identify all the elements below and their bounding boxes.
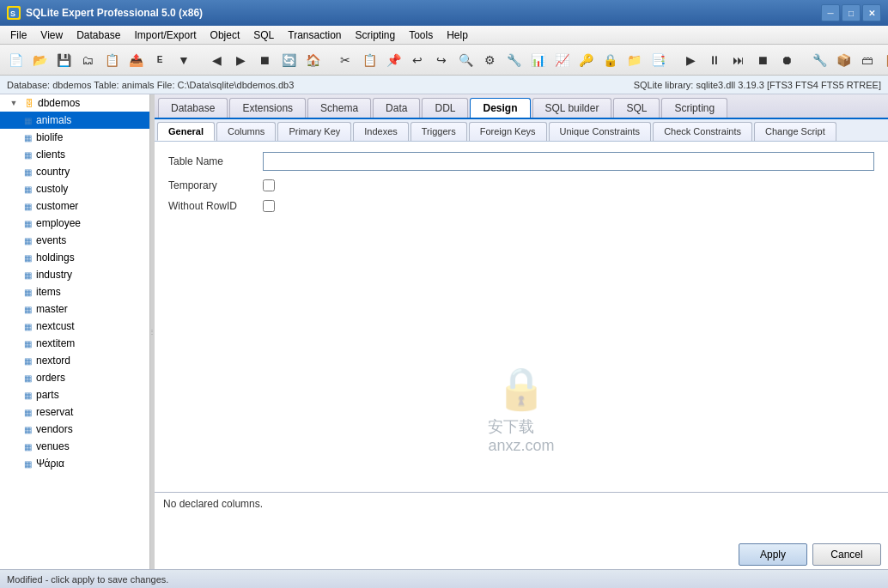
- tab-scripting[interactable]: Scripting: [661, 98, 727, 118]
- toolbar-btn13[interactable]: 📁: [622, 48, 646, 72]
- tree-table-nextcust[interactable]: ▦ nextcust: [0, 318, 149, 335]
- toolbar-btn9[interactable]: 📊: [526, 48, 550, 72]
- toolbar-stop2[interactable]: ⏹: [751, 48, 775, 72]
- tree-table-industry[interactable]: ▦ industry: [0, 266, 149, 283]
- db-icon: 🗄: [22, 96, 36, 110]
- menu-sql[interactable]: SQL: [246, 26, 281, 45]
- toolbar-btn14[interactable]: 📑: [646, 48, 670, 72]
- table-name-input[interactable]: [263, 152, 874, 171]
- tree-table-employee[interactable]: ▦ employee: [0, 215, 149, 232]
- subtab-check-constraints[interactable]: Check Constraints: [653, 122, 752, 141]
- toolbar-copy[interactable]: 📋: [357, 48, 381, 72]
- toolbar-extra3[interactable]: 🗃: [855, 48, 879, 72]
- table-label-orders: orders: [36, 372, 65, 384]
- table-icon-country: ▦: [21, 165, 34, 179]
- tree-table-master[interactable]: ▦ master: [0, 300, 149, 318]
- tree-table-animals[interactable]: ▦ animals: [0, 112, 149, 129]
- toolbar-btn12[interactable]: 🔒: [598, 48, 622, 72]
- table-icon-clients: ▦: [21, 148, 34, 161]
- toolbar-redo[interactable]: ↪: [429, 48, 453, 72]
- toolbar-step[interactable]: ⏭: [727, 48, 751, 72]
- tree-table-clients[interactable]: ▦ clients: [0, 146, 149, 163]
- tab-extensions[interactable]: Extensions: [229, 98, 306, 118]
- toolbar-export[interactable]: 📤: [124, 48, 148, 72]
- tab-ddl[interactable]: DDL: [422, 98, 468, 118]
- tab-database[interactable]: Database: [158, 98, 228, 118]
- temporary-checkbox[interactable]: [263, 179, 275, 191]
- menu-import-export[interactable]: Import/Export: [128, 26, 204, 45]
- tree-table-events[interactable]: ▦ events: [0, 232, 149, 249]
- tab-schema[interactable]: Schema: [307, 98, 371, 118]
- menu-object[interactable]: Object: [204, 26, 247, 45]
- apply-button[interactable]: Apply: [739, 543, 807, 566]
- toolbar-dropdown[interactable]: ▼: [172, 48, 196, 72]
- tree-table-parts[interactable]: ▦ parts: [0, 386, 149, 403]
- toolbar-paste[interactable]: 📌: [381, 48, 405, 72]
- tree-table-biolife[interactable]: ▦ biolife: [0, 129, 149, 146]
- toolbar-extra4[interactable]: 📋: [879, 48, 888, 72]
- toolbar-extra1[interactable]: 🔧: [807, 48, 831, 72]
- tree-table-customer[interactable]: ▦ customer: [0, 197, 149, 215]
- toolbar-btn5[interactable]: 📋: [100, 48, 124, 72]
- tab-sql-builder[interactable]: SQL builder: [532, 98, 612, 118]
- tree-table-holdings[interactable]: ▦ holdings: [0, 249, 149, 266]
- toolbar-undo[interactable]: ↩: [405, 48, 429, 72]
- toolbar-play[interactable]: ▶: [678, 48, 702, 72]
- menu-file[interactable]: File: [3, 26, 33, 45]
- toolbar-back[interactable]: ◀: [204, 48, 228, 72]
- menu-database[interactable]: Database: [70, 26, 127, 45]
- toolbar-open[interactable]: 📂: [27, 48, 52, 72]
- menu-transaction[interactable]: Transaction: [281, 26, 348, 45]
- close-button[interactable]: ✕: [862, 4, 881, 21]
- tree-table-nextitem[interactable]: ▦ nextitem: [0, 335, 149, 352]
- tree-table-venues[interactable]: ▦ venues: [0, 438, 149, 455]
- menu-help[interactable]: Help: [440, 26, 475, 45]
- toolbar-btn11[interactable]: 🔑: [574, 48, 598, 72]
- tree-table-custoly[interactable]: ▦ custoly: [0, 180, 149, 197]
- toolbar-stop[interactable]: ⏹: [252, 48, 277, 72]
- toolbar-btn8[interactable]: 🔧: [502, 48, 526, 72]
- toolbar-extra2[interactable]: 📦: [831, 48, 855, 72]
- toolbar-fwd[interactable]: ▶: [228, 48, 252, 72]
- minimize-button[interactable]: ─: [821, 4, 840, 21]
- tree-table-orders[interactable]: ▦ orders: [0, 369, 149, 386]
- menu-view[interactable]: View: [33, 26, 70, 45]
- menu-scripting[interactable]: Scripting: [349, 26, 403, 45]
- toolbar-save[interactable]: 💾: [52, 48, 76, 72]
- subtab-foreign-keys[interactable]: Foreign Keys: [469, 122, 547, 141]
- cancel-button[interactable]: Cancel: [812, 543, 881, 566]
- toolbar-btn6[interactable]: E: [148, 48, 172, 72]
- toolbar-refresh[interactable]: 🔄: [277, 48, 301, 72]
- menu-tools[interactable]: Tools: [402, 26, 440, 45]
- subtab-columns[interactable]: Columns: [216, 122, 276, 141]
- tree-db-node[interactable]: ▼ 🗄 dbdemos: [0, 94, 149, 112]
- maximize-button[interactable]: □: [842, 4, 861, 21]
- toolbar-btn4[interactable]: 🗂: [76, 48, 100, 72]
- tab-data[interactable]: Data: [373, 98, 420, 118]
- toolbar-pause[interactable]: ⏸: [702, 48, 727, 72]
- toolbar-record[interactable]: ⏺: [775, 48, 799, 72]
- toolbar-btn7[interactable]: ⚙: [477, 48, 502, 72]
- subtab-indexes[interactable]: Indexes: [353, 122, 409, 141]
- toolbar-home[interactable]: 🏠: [301, 48, 325, 72]
- without-rowid-checkbox[interactable]: [263, 200, 275, 212]
- toolbar-find[interactable]: 🔍: [453, 48, 477, 72]
- tree-table-items[interactable]: ▦ items: [0, 283, 149, 300]
- table-label-vendors: vendors: [36, 423, 73, 435]
- tree-table-vendors[interactable]: ▦ vendors: [0, 421, 149, 438]
- tree-table-nextord[interactable]: ▦ nextord: [0, 352, 149, 369]
- subtab-unique-constraints[interactable]: Unique Constraints: [549, 122, 652, 141]
- tree-table-psaria[interactable]: ▦ Ψάρια: [0, 455, 149, 472]
- tree-table-reservat[interactable]: ▦ reservat: [0, 403, 149, 421]
- tab-sql[interactable]: SQL: [613, 98, 660, 118]
- subtab-change-script[interactable]: Change Script: [754, 122, 836, 141]
- tree-table-country[interactable]: ▦ country: [0, 163, 149, 180]
- table-icon-nextord: ▦: [21, 354, 34, 367]
- toolbar-new[interactable]: 📄: [3, 48, 27, 72]
- subtab-general[interactable]: General: [157, 122, 215, 141]
- tab-design[interactable]: Design: [470, 98, 530, 118]
- subtab-primary-key[interactable]: Primary Key: [277, 122, 351, 141]
- subtab-triggers[interactable]: Triggers: [411, 122, 467, 141]
- toolbar-btn10[interactable]: 📈: [550, 48, 574, 72]
- toolbar-cut[interactable]: ✂: [333, 48, 357, 72]
